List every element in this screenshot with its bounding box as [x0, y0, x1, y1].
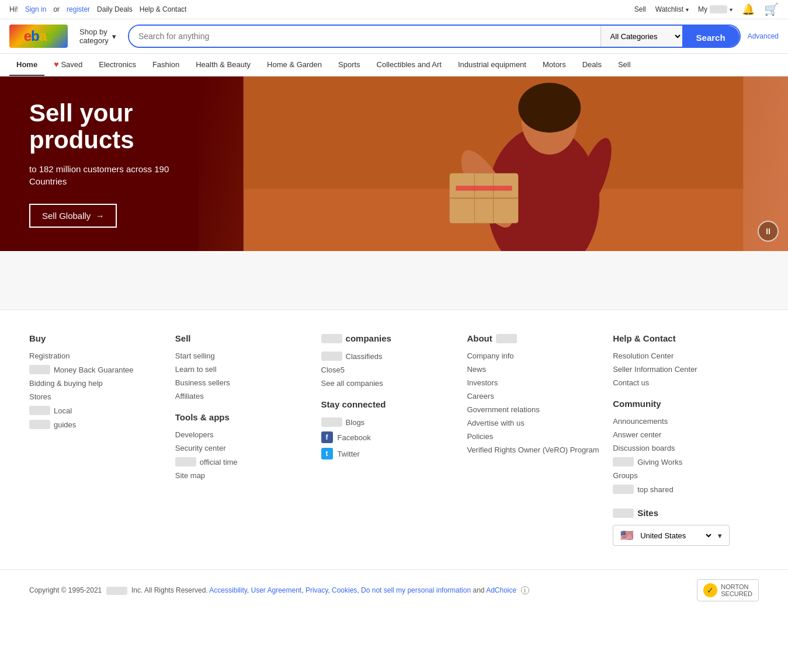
footer-link-local-label[interactable]: Local	[54, 406, 72, 415]
category-select[interactable]: All Categories Electronics Fashion Home …	[600, 26, 682, 47]
footer-link-announcements[interactable]: Announcements	[613, 417, 749, 426]
nav-item-sports[interactable]: Sports	[331, 54, 367, 76]
daily-deals-link[interactable]: Daily Deals	[97, 5, 133, 13]
separator: and	[471, 586, 486, 594]
nav-item-deals[interactable]: Deals	[575, 54, 609, 76]
footer-link-learn-to-sell[interactable]: Learn to sell	[175, 365, 312, 374]
sell-globally-arrow-icon: →	[95, 211, 104, 221]
footer-link-top-shared[interactable]: top shared	[637, 485, 673, 494]
footer-link-news[interactable]: News	[467, 365, 603, 374]
adchoice-info-icon[interactable]: i	[521, 586, 529, 594]
nav-item-saved[interactable]: ♥ Saved	[47, 54, 89, 76]
country-select[interactable]: United States United Kingdom Germany Aus…	[638, 531, 713, 541]
register-link[interactable]: register	[67, 5, 90, 13]
footer-link-cookies[interactable]: Cookies	[332, 586, 357, 594]
nav-item-fashion[interactable]: Fashion	[145, 54, 186, 76]
my-ebay-button[interactable]: My ▾	[698, 5, 733, 13]
footer-link-adchoice[interactable]: AdChoice	[486, 586, 516, 594]
sign-in-link[interactable]: Sign in	[25, 5, 47, 13]
my-ebay-label: My	[698, 5, 707, 13]
footer-link-security-center[interactable]: Security center	[175, 444, 312, 452]
footer-link-accessibility[interactable]: Accessibility	[209, 586, 247, 594]
top-shared-badge	[613, 485, 634, 494]
footer-link-giving-works-row: Giving Works	[613, 457, 749, 466]
footer-link-official-time: official time	[175, 457, 312, 466]
about-header: About	[467, 333, 603, 343]
footer-link-answer-center[interactable]: Answer center	[613, 430, 749, 439]
footer-link-company-info[interactable]: Company info	[467, 351, 603, 360]
footer-link-site-map[interactable]: Site map	[175, 471, 312, 480]
shop-category-label: Shop bycategory	[79, 27, 109, 45]
footer-link-careers[interactable]: Careers	[467, 392, 603, 401]
country-select-wrapper[interactable]: 🇺🇸 United States United Kingdom Germany …	[613, 525, 730, 546]
footer-col-help-title: Help & Contact	[613, 333, 749, 343]
footer-link-government-relations[interactable]: Government relations	[467, 405, 603, 414]
footer-link-seller-info-center[interactable]: Seller Information Center	[613, 365, 749, 374]
footer-link-see-all-companies[interactable]: See all companies	[321, 379, 458, 388]
footer-link-facebook[interactable]: f Facebook	[321, 431, 458, 443]
nav-item-industrial[interactable]: Industrial equipment	[451, 54, 533, 76]
footer-link-twitter[interactable]: t Twitter	[321, 448, 458, 459]
footer-link-guides: guides	[29, 420, 166, 429]
footer-link-close5[interactable]: Close5	[321, 365, 458, 374]
footer-col-tools-title: Tools & apps	[175, 412, 312, 422]
footer-link-guides-label[interactable]: guides	[54, 420, 76, 429]
footer-link-giving-works[interactable]: Giving Works	[637, 458, 682, 466]
footer-link-start-selling[interactable]: Start selling	[175, 351, 312, 360]
footer-link-resolution-center[interactable]: Resolution Center	[613, 351, 749, 360]
footer-link-groups[interactable]: Groups	[613, 471, 749, 480]
advanced-search-link[interactable]: Advanced	[748, 32, 779, 40]
nav-item-health-beauty[interactable]: Health & Beauty	[189, 54, 258, 76]
footer-link-top-shared-row: top shared	[613, 485, 749, 494]
norton-badge: ✓ NORTONSECURED	[697, 579, 759, 601]
svg-point-6	[518, 83, 581, 133]
nav-item-home[interactable]: Home	[9, 54, 44, 76]
nav-item-home-garden[interactable]: Home & Garden	[260, 54, 329, 76]
footer-col-sell-title: Sell	[175, 333, 312, 343]
footer-link-investors[interactable]: Investors	[467, 378, 603, 387]
footer-col-companies-connected: companies Classifieds Close5 See all com…	[321, 333, 467, 546]
footer-link-developers[interactable]: Developers	[175, 430, 312, 439]
footer-link-classifieds[interactable]: Classifieds	[346, 352, 383, 361]
nav-item-electronics[interactable]: Electronics	[92, 54, 143, 76]
footer-link-stores[interactable]: Stores	[29, 392, 166, 401]
greeting-text: Hi!	[9, 5, 18, 13]
nav-item-collectibles[interactable]: Collectibles and Art	[370, 54, 449, 76]
footer-link-money-back-label[interactable]: Money Back Guarantee	[54, 365, 134, 374]
sites-section: Sites 🇺🇸 United States United Kingdom Ge…	[613, 508, 749, 546]
footer-columns: Buy Registration Money Back Guarantee Bi…	[29, 333, 759, 546]
notification-bell-icon[interactable]: 🔔	[742, 3, 755, 16]
footer-link-affiliates[interactable]: Affiliates	[175, 392, 312, 401]
footer-link-privacy[interactable]: Privacy	[306, 586, 328, 594]
footer-link-policies[interactable]: Policies	[467, 432, 603, 441]
local-badge	[29, 406, 50, 415]
nav-item-sell[interactable]: Sell	[611, 54, 638, 76]
hero-subtitle: to 182 million customers across 190 Coun…	[29, 163, 175, 187]
search-input[interactable]	[129, 26, 600, 47]
official-time-badge	[175, 457, 196, 466]
help-contact-link[interactable]: Help & Contact	[140, 5, 187, 13]
footer-link-registration[interactable]: Registration	[29, 351, 166, 360]
hero-text-section: Sell yourproducts to 182 million custome…	[0, 76, 199, 251]
footer-link-do-not-sell[interactable]: Do not sell my personal information	[361, 586, 471, 594]
nav-item-motors[interactable]: Motors	[536, 54, 573, 76]
footer-link-business-sellers[interactable]: Business sellers	[175, 378, 312, 387]
footer-link-user-agreement[interactable]: User Agreement	[251, 586, 302, 594]
footer-link-bidding[interactable]: Bidding & buying help	[29, 379, 166, 388]
classifieds-badge	[321, 351, 342, 361]
footer-link-official-time-label[interactable]: official time	[200, 458, 238, 466]
footer-link-advertise[interactable]: Advertise with us	[467, 419, 603, 427]
sell-globally-button[interactable]: Sell Globally →	[29, 204, 117, 228]
shop-category-button[interactable]: Shop bycategory ▾	[75, 24, 121, 48]
watchlist-button[interactable]: Watchlist ▾	[655, 5, 689, 13]
footer-link-contact-us[interactable]: Contact us	[613, 378, 749, 387]
footer-col-sites-title: Sites	[637, 508, 658, 518]
sites-header: Sites	[613, 508, 749, 518]
cart-icon[interactable]: 🛒	[764, 2, 779, 16]
footer-link-discussion-boards[interactable]: Discussion boards	[613, 444, 749, 452]
footer-link-vero[interactable]: Verified Rights Owner (VeRO) Program	[467, 445, 603, 454]
footer-link-blogs[interactable]: Blogs	[346, 418, 365, 427]
footer-col-companies-title: companies	[346, 333, 391, 343]
sell-link[interactable]: Sell	[634, 5, 646, 13]
search-button[interactable]: Search	[682, 26, 740, 48]
